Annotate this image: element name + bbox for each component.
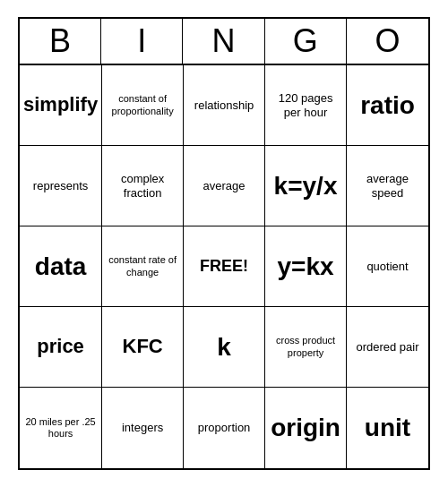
bingo-cell-14: quotient: [347, 226, 428, 307]
bingo-cell-13: y=kx: [265, 226, 347, 307]
header-letter-G: G: [265, 19, 347, 64]
bingo-header: BINGO: [20, 19, 428, 65]
bingo-cell-12: FREE!: [184, 226, 265, 307]
bingo-cell-18: cross product property: [265, 307, 347, 388]
bingo-cell-23: origin: [265, 388, 347, 468]
bingo-cell-10: data: [20, 226, 102, 307]
bingo-cell-17: k: [184, 307, 265, 388]
bingo-cell-4: ratio: [347, 65, 428, 146]
bingo-cell-2: relationship: [184, 65, 265, 146]
bingo-cell-16: KFC: [102, 307, 184, 388]
bingo-cell-15: price: [20, 307, 102, 388]
bingo-cell-9: average speed: [347, 146, 428, 226]
bingo-grid: simplifyconstant of proportionalityrelat…: [20, 65, 428, 468]
bingo-cell-5: represents: [20, 146, 102, 226]
header-letter-O: O: [347, 19, 428, 64]
header-letter-I: I: [101, 19, 183, 64]
bingo-card: BINGO simplifyconstant of proportionalit…: [18, 17, 430, 470]
bingo-cell-19: ordered pair: [347, 307, 428, 388]
bingo-cell-0: simplify: [20, 65, 102, 146]
bingo-cell-11: constant rate of change: [102, 226, 184, 307]
bingo-cell-22: proportion: [184, 388, 265, 468]
header-letter-N: N: [183, 19, 264, 64]
bingo-cell-1: constant of proportionality: [102, 65, 184, 146]
bingo-cell-8: k=y/x: [265, 146, 347, 226]
bingo-cell-20: 20 miles per .25 hours: [20, 388, 102, 468]
bingo-cell-3: 120 pages per hour: [265, 65, 347, 146]
bingo-cell-6: complex fraction: [102, 146, 184, 226]
header-letter-B: B: [20, 19, 101, 64]
bingo-cell-21: integers: [102, 388, 184, 468]
bingo-cell-7: average: [184, 146, 265, 226]
bingo-cell-24: unit: [347, 388, 428, 468]
